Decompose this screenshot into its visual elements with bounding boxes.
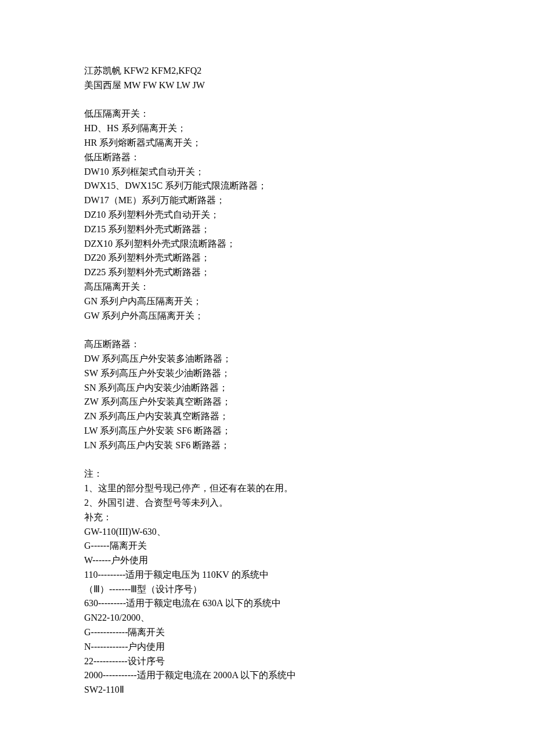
text-line: LW 系列高压户外安装 SF6 断路器； (84, 424, 450, 438)
text-line (84, 93, 450, 107)
text-line: GW-110(III)W-630、 (84, 525, 450, 539)
text-line: DZ20 系列塑料外壳式断路器； (84, 251, 450, 265)
text-line: DW10 系列框架式自动开关； (84, 165, 450, 179)
text-line: 江苏凯帆 KFW2 KFM2,KFQ2 (84, 64, 450, 78)
text-line: 高压断路器： (84, 337, 450, 352)
text-line: SW 系列高压户外安装少油断路器； (84, 366, 450, 381)
text-line: 美国西屋 MW FW KW LW JW (84, 78, 450, 93)
text-line: DW17（ME）系列万能式断路器； (84, 193, 450, 208)
text-line: G------------隔离开关 (84, 625, 450, 640)
text-line: N------------户内使用 (84, 640, 450, 654)
text-line: （Ⅲ）-------Ⅲ型（设计序号） (84, 582, 450, 597)
text-line: ZW 系列高压户外安装真空断路器； (84, 395, 450, 409)
text-line (84, 323, 450, 337)
text-line: W------户外使用 (84, 553, 450, 568)
text-line: 1、这里的部分型号现已停产，但还有在装的在用。 (84, 481, 450, 496)
text-line: 注： (84, 467, 450, 481)
text-line: G------隔离开关 (84, 539, 450, 553)
text-line: HR 系列熔断器式隔离开关； (84, 136, 450, 150)
text-line: 2000-----------适用于额定电流在 2000A 以下的系统中 (84, 668, 450, 683)
text-line: DZ10 系列塑料外壳式自动开关； (84, 208, 450, 222)
text-line: LN 系列高压户内安装 SF6 断路器； (84, 438, 450, 453)
text-line: DWX15、DWX15C 系列万能式限流断路器； (84, 179, 450, 193)
text-line: HD、HS 系列隔离开关； (84, 121, 450, 136)
text-line: SW2-110Ⅱ (84, 683, 450, 697)
text-line: DZX10 系列塑料外壳式限流断路器； (84, 237, 450, 251)
text-line: ZN 系列高压户内安装真空断路器； (84, 409, 450, 424)
text-line: 22-----------设计序号 (84, 654, 450, 669)
text-line: 低压断路器： (84, 150, 450, 165)
text-line: 2、外国引进、合资型号等未列入。 (84, 496, 450, 510)
document-page: 江苏凯帆 KFW2 KFM2,KFQ2美国西屋 MW FW KW LW JW 低… (0, 0, 534, 732)
text-line: GN 系列户内高压隔离开关； (84, 294, 450, 309)
text-line: GW 系列户外高压隔离开关； (84, 309, 450, 323)
document-content: 江苏凯帆 KFW2 KFM2,KFQ2美国西屋 MW FW KW LW JW 低… (84, 64, 450, 697)
text-line: 补充： (84, 510, 450, 525)
text-line: 低压隔离开关： (84, 107, 450, 121)
text-line: SN 系列高压户内安装少油断路器； (84, 381, 450, 395)
text-line (84, 453, 450, 467)
text-line: DZ25 系列塑料外壳式断路器； (84, 265, 450, 280)
text-line: 高压隔离开关： (84, 280, 450, 294)
text-line: 630---------适用于额定电流在 630A 以下的系统中 (84, 596, 450, 611)
text-line: DZ15 系列塑料外壳式断路器； (84, 222, 450, 237)
text-line: 110---------适用于额定电压为 110KV 的系统中 (84, 568, 450, 582)
text-line: DW 系列高压户外安装多油断路器； (84, 352, 450, 366)
text-line: GN22-10/2000、 (84, 611, 450, 625)
